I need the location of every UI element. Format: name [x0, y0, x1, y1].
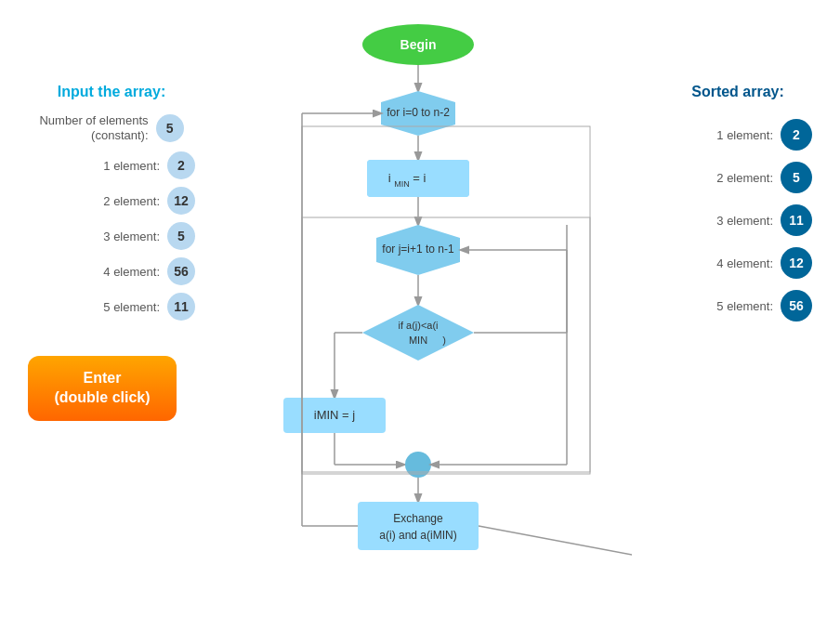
flowchart-svg: Begin for i=0 to n-2 i MIN = i for j=i+1… — [204, 9, 632, 608]
element-value-2[interactable]: 12 — [167, 187, 195, 215]
if-cond-shape — [362, 305, 474, 361]
element-row-3: 3 element: 5 — [19, 222, 204, 250]
arrow-exchange-end — [479, 526, 632, 583]
for-inner-text: for j=i+1 to n-1 — [382, 243, 454, 256]
sorted-label-3: 3 element: — [716, 214, 773, 228]
imin-eq-j-text: iMIN = j — [314, 408, 356, 422]
input-panel: Input the array: Number of elements(cons… — [19, 84, 204, 421]
if-cond-text: if a(j)<a(i — [398, 320, 438, 331]
enter-button[interactable]: Enter(double click) — [28, 356, 177, 421]
element-value-3[interactable]: 5 — [167, 222, 195, 250]
element-value-5[interactable]: 11 — [167, 293, 195, 321]
sorted-label-2: 2 element: — [716, 171, 773, 185]
element-value-4[interactable]: 56 — [167, 257, 195, 285]
num-elements-value[interactable]: 5 — [156, 114, 184, 142]
element-value-1[interactable]: 2 — [167, 151, 195, 179]
sorted-row-4: 4 element: 12 — [654, 247, 821, 279]
sorted-value-1: 2 — [781, 119, 812, 151]
exchange-text1: Exchange — [393, 512, 443, 525]
num-elements-label: Number of elements(constant): — [39, 113, 148, 142]
if-cond-text3: ) — [442, 335, 446, 346]
if-cond-text2: MIN — [409, 335, 427, 346]
sorted-value-5: 56 — [781, 290, 812, 322]
element-label-4: 4 element: — [103, 265, 160, 279]
element-label-2: 2 element: — [103, 194, 160, 208]
for-outer-text: for i=0 to n-2 — [387, 106, 450, 119]
element-row-1: 1 element: 2 — [19, 151, 204, 179]
sorted-value-2: 5 — [781, 162, 812, 193]
sorted-panel: Sorted array: 1 element: 2 2 element: 5 … — [654, 84, 821, 333]
begin-text: Begin — [400, 37, 437, 52]
element-label-1: 1 element: — [103, 159, 160, 173]
sorted-label-4: 4 element: — [716, 256, 773, 270]
element-label-5: 5 element: — [103, 300, 160, 314]
sorted-label-1: 1 element: — [716, 128, 773, 142]
num-elements-row: Number of elements(constant): 5 — [19, 113, 204, 142]
element-label-3: 3 element: — [103, 230, 160, 243]
element-row-5: 5 element: 11 — [19, 293, 204, 321]
sorted-label-5: 5 element: — [716, 299, 773, 313]
sorted-row-1: 1 element: 2 — [654, 119, 821, 151]
element-row-2: 2 element: 12 — [19, 187, 204, 215]
exchange-text2: a(i) and a(iMIN) — [379, 529, 456, 542]
exchange-shape — [358, 502, 479, 550]
sorted-row-2: 2 element: 5 — [654, 162, 821, 193]
input-title: Input the array: — [19, 84, 204, 100]
sorted-value-4: 12 — [781, 247, 812, 279]
element-row-4: 4 element: 56 — [19, 257, 204, 285]
sorted-row-3: 3 element: 11 — [654, 204, 821, 236]
sorted-value-3: 11 — [781, 204, 812, 236]
flowchart: Begin for i=0 to n-2 i MIN = i for j=i+1… — [204, 9, 632, 608]
sorted-row-5: 5 element: 56 — [654, 290, 821, 322]
sorted-title: Sorted array: — [654, 84, 821, 100]
